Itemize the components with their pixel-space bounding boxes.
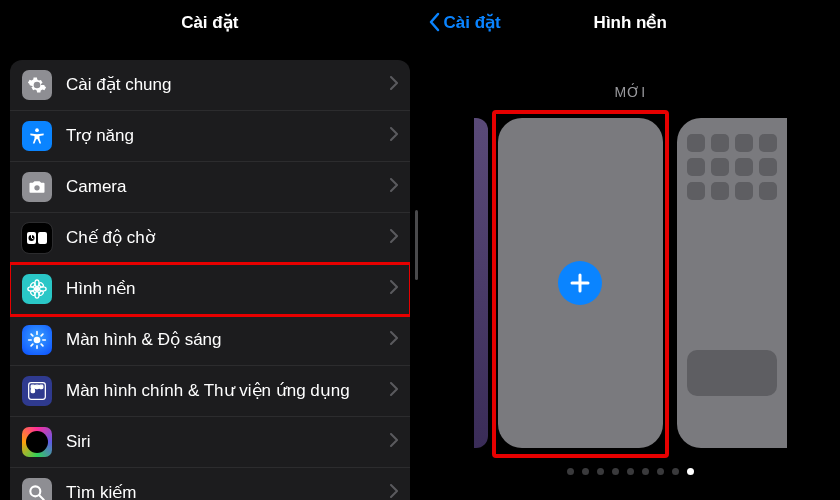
- camera-icon: [22, 172, 52, 202]
- app-icon: [687, 182, 705, 200]
- app-icon: [711, 158, 729, 176]
- settings-row-label: Siri: [66, 432, 390, 452]
- page-dot[interactable]: [612, 468, 619, 475]
- accessibility-icon: [22, 121, 52, 151]
- apps-icon: [22, 376, 52, 406]
- svg-point-11: [38, 282, 44, 288]
- app-icon: [687, 134, 705, 152]
- page-dots[interactable]: [567, 468, 694, 475]
- app-icon: [759, 134, 777, 152]
- page-dot[interactable]: [627, 468, 634, 475]
- chevron-right-icon: [390, 229, 398, 247]
- svg-point-9: [40, 287, 47, 291]
- settings-screen: Cài đặt Cài đặt chungTrợ năngCameraChế đ…: [0, 0, 421, 500]
- app-icon: [759, 182, 777, 200]
- home-screen-preview[interactable]: [677, 118, 787, 448]
- wallpaper-preview-row: [474, 118, 787, 448]
- settings-row-label: Chế độ chờ: [66, 228, 390, 248]
- settings-row-standby[interactable]: Chế độ chờ: [10, 213, 410, 264]
- settings-row-access[interactable]: Trợ năng: [10, 111, 410, 162]
- settings-header: Cài đặt: [0, 0, 420, 44]
- svg-rect-17: [35, 385, 38, 388]
- svg-point-13: [38, 290, 44, 296]
- page-dot[interactable]: [687, 468, 694, 475]
- settings-row-label: Màn hình & Độ sáng: [66, 330, 390, 350]
- page-dot[interactable]: [597, 468, 604, 475]
- settings-list: Cài đặt chungTrợ năngCameraChế độ chờHìn…: [10, 60, 410, 500]
- chevron-right-icon: [390, 484, 398, 500]
- settings-title: Cài đặt: [181, 12, 238, 33]
- settings-row-label: Camera: [66, 177, 390, 197]
- back-button[interactable]: Cài đặt: [429, 0, 501, 44]
- chevron-right-icon: [390, 280, 398, 298]
- settings-row-homescreen[interactable]: Màn hình chính & Thư viện ứng dụng: [10, 366, 410, 417]
- chevron-right-icon: [390, 382, 398, 400]
- svg-rect-19: [31, 389, 34, 392]
- svg-point-12: [30, 290, 36, 296]
- chevron-right-icon: [390, 331, 398, 349]
- svg-rect-18: [40, 385, 43, 388]
- dock: [687, 350, 777, 396]
- settings-row-label: Cài đặt chung: [66, 75, 390, 95]
- page-dot[interactable]: [582, 468, 589, 475]
- brightness-icon: [22, 325, 52, 355]
- app-icon: [711, 134, 729, 152]
- chevron-right-icon: [390, 433, 398, 451]
- settings-row-display[interactable]: Màn hình & Độ sáng: [10, 315, 410, 366]
- svg-point-10: [30, 282, 36, 288]
- svg-point-6: [35, 280, 39, 287]
- svg-point-14: [34, 337, 41, 344]
- settings-row-label: Tìm kiếm: [66, 483, 390, 500]
- plus-icon: [569, 272, 591, 294]
- app-icon: [735, 134, 753, 152]
- svg-rect-3: [38, 232, 47, 244]
- svg-rect-16: [31, 385, 34, 388]
- wallpaper-screen: Cài đặt Hình nền MỚI: [421, 0, 841, 500]
- siri-icon: [22, 427, 52, 457]
- page-dot[interactable]: [567, 468, 574, 475]
- back-label: Cài đặt: [444, 12, 501, 33]
- page-dot[interactable]: [642, 468, 649, 475]
- new-wallpaper-label: MỚI: [614, 84, 646, 100]
- wallpaper-title: Hình nền: [594, 12, 667, 33]
- app-icon: [687, 158, 705, 176]
- app-grid: [687, 134, 777, 200]
- chevron-left-icon: [429, 12, 441, 32]
- search-icon: [22, 478, 52, 500]
- scrollbar[interactable]: [415, 210, 418, 280]
- settings-row-siri[interactable]: Siri: [10, 417, 410, 468]
- svg-point-7: [35, 292, 39, 299]
- settings-row-search[interactable]: Tìm kiếm: [10, 468, 410, 500]
- add-wallpaper-button[interactable]: [558, 261, 602, 305]
- flower-icon: [22, 274, 52, 304]
- standby-icon: [22, 223, 52, 253]
- wallpaper-body: MỚI: [421, 44, 841, 475]
- wallpaper-header: Cài đặt Hình nền: [421, 0, 841, 44]
- svg-point-8: [28, 287, 35, 291]
- settings-row-label: Hình nền: [66, 279, 390, 299]
- settings-row-label: Màn hình chính & Thư viện ứng dụng: [66, 381, 390, 401]
- settings-row-label: Trợ năng: [66, 126, 390, 146]
- previous-wallpaper-sliver[interactable]: [474, 118, 488, 448]
- settings-row-wallpaper[interactable]: Hình nền: [10, 264, 410, 315]
- gear-icon: [22, 70, 52, 100]
- chevron-right-icon: [390, 76, 398, 94]
- svg-point-1: [34, 185, 39, 190]
- app-icon: [735, 182, 753, 200]
- chevron-right-icon: [390, 127, 398, 145]
- settings-row-general[interactable]: Cài đặt chung: [10, 60, 410, 111]
- svg-point-0: [35, 128, 39, 132]
- app-icon: [759, 158, 777, 176]
- add-wallpaper-card[interactable]: [498, 118, 663, 448]
- settings-row-camera[interactable]: Camera: [10, 162, 410, 213]
- app-icon: [735, 158, 753, 176]
- page-dot[interactable]: [672, 468, 679, 475]
- page-dot[interactable]: [657, 468, 664, 475]
- app-icon: [711, 182, 729, 200]
- svg-point-5: [35, 287, 39, 291]
- chevron-right-icon: [390, 178, 398, 196]
